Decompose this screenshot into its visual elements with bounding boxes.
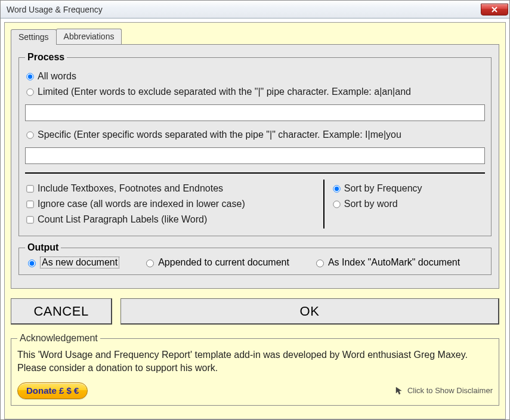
acknowledgement-fieldset: Acknowledgement This 'Word Usage and Fre…	[11, 333, 499, 406]
separator	[25, 172, 485, 174]
cancel-button[interactable]: CANCEL	[11, 298, 112, 325]
radio-sort-word-label: Sort by word	[344, 199, 398, 209]
radio-sort-frequency-label: Sort by Frequency	[344, 183, 422, 194]
check-count-list[interactable]: Count List Paragraph Labels (like Word)	[25, 214, 316, 225]
radio-output-newdoc-label: As new document	[40, 257, 119, 268]
radio-output-appended-input[interactable]	[146, 260, 154, 267]
options-right: Sort by Frequency Sort by word	[332, 178, 485, 230]
window-title: Word Usage & Frequency	[7, 5, 103, 14]
radio-sort-word[interactable]: Sort by word	[332, 199, 485, 209]
specific-input[interactable]	[25, 147, 485, 164]
process-legend: Process	[25, 52, 67, 63]
radio-limited[interactable]: Limited (Enter words to exclude separate…	[25, 87, 485, 97]
tab-content-settings: Process All words Limited (Enter words t…	[11, 44, 499, 289]
radio-output-appended-label: Appended to current document	[158, 257, 289, 268]
options-row: Include Textboxes, Footnotes and Endnote…	[25, 178, 485, 230]
radio-all-words[interactable]: All words	[25, 71, 485, 82]
radio-sort-frequency-input[interactable]	[333, 185, 340, 192]
check-include-textboxes-input[interactable]	[26, 185, 33, 192]
radio-sort-frequency[interactable]: Sort by Frequency	[332, 183, 485, 194]
output-legend: Output	[25, 242, 61, 253]
tab-settings[interactable]: Settings	[11, 29, 57, 45]
radio-output-newdoc-input[interactable]	[28, 260, 36, 267]
button-row: CANCEL OK	[11, 298, 499, 325]
tab-strip: Settings Abbreviations	[11, 29, 499, 44]
radio-output-newdoc[interactable]: As new document	[25, 257, 119, 268]
radio-output-appended[interactable]: Appended to current document	[143, 257, 289, 268]
acknowledgement-bottom: Donate £ $ € Click to Show Disclaimer	[17, 382, 493, 399]
process-fieldset: Process All words Limited (Enter words t…	[18, 52, 492, 236]
limited-input[interactable]	[25, 104, 485, 121]
main-panel: Settings Abbreviations Process All words…	[4, 22, 506, 419]
disclaimer-label: Click to Show Disclaimer	[407, 386, 493, 395]
check-ignore-case-label: Ignore case (all words are indexed in lo…	[38, 199, 245, 209]
acknowledgement-legend: Acknowledgement	[17, 333, 100, 344]
radio-all-words-label: All words	[38, 71, 76, 82]
radio-output-automark-input[interactable]	[316, 260, 324, 267]
output-row: As new document Appended to current docu…	[25, 257, 485, 268]
check-include-textboxes-label: Include Textboxes, Footnotes and Endnote…	[38, 183, 223, 194]
check-ignore-case[interactable]: Ignore case (all words are indexed in lo…	[25, 199, 316, 209]
radio-specific-label: Specific (Enter specific words separated…	[38, 129, 401, 140]
acknowledgement-text: This 'Word Usage and Frequency Report' t…	[17, 348, 493, 375]
radio-limited-label: Limited (Enter words to exclude separate…	[38, 87, 411, 97]
donate-button[interactable]: Donate £ $ €	[17, 382, 88, 399]
output-fieldset: Output As new document Appended to curre…	[18, 242, 492, 275]
check-count-list-label: Count List Paragraph Labels (like Word)	[38, 214, 207, 225]
radio-sort-word-input[interactable]	[333, 200, 340, 208]
check-count-list-input[interactable]	[26, 216, 33, 223]
vertical-divider	[323, 180, 324, 228]
radio-limited-input[interactable]	[26, 88, 33, 95]
radio-output-automark[interactable]: As Index "AutoMark" document	[313, 257, 460, 268]
check-include-textboxes[interactable]: Include Textboxes, Footnotes and Endnote…	[25, 183, 316, 194]
title-bar: Word Usage & Frequency	[1, 1, 509, 18]
radio-output-automark-label: As Index "AutoMark" document	[328, 257, 460, 268]
options-left: Include Textboxes, Footnotes and Endnote…	[25, 178, 316, 230]
ok-button[interactable]: OK	[120, 298, 499, 325]
disclaimer-link[interactable]: Click to Show Disclaimer	[394, 386, 493, 396]
close-button[interactable]	[481, 4, 508, 16]
radio-specific-input[interactable]	[26, 131, 33, 138]
check-ignore-case-input[interactable]	[26, 200, 33, 208]
tab-abbreviations[interactable]: Abbreviations	[56, 29, 122, 44]
radio-all-words-input[interactable]	[26, 73, 33, 80]
cursor-icon	[394, 386, 404, 396]
close-icon	[491, 7, 498, 13]
radio-specific[interactable]: Specific (Enter specific words separated…	[25, 129, 485, 140]
